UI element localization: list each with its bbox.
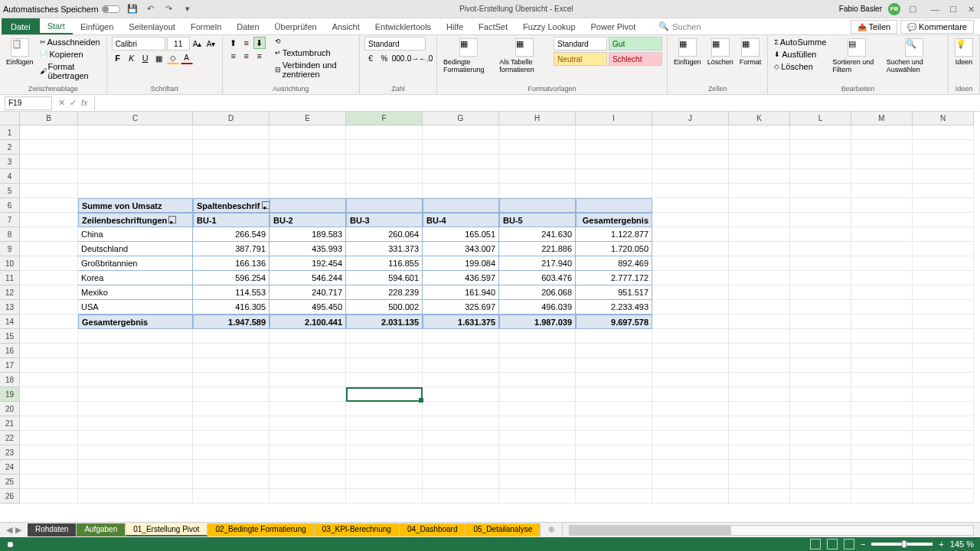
cell[interactable] (913, 140, 974, 155)
cell[interactable] (270, 474, 346, 489)
cell[interactable] (193, 460, 270, 474)
autosum-button[interactable]: Σ AutoSumme (773, 37, 828, 47)
cell[interactable] (78, 329, 193, 344)
cell[interactable] (652, 242, 729, 256)
col-header-I[interactable]: I (576, 112, 652, 126)
sort-filter-button[interactable]: ▤Sortieren und Filtern (831, 37, 882, 75)
cell[interactable] (790, 402, 851, 416)
row-header-13[interactable]: 13 (0, 300, 20, 315)
cell[interactable] (576, 387, 652, 402)
cell[interactable] (346, 460, 423, 474)
cell[interactable] (20, 300, 78, 315)
cell[interactable] (78, 387, 193, 402)
percent-icon[interactable]: % (378, 52, 390, 64)
cell[interactable] (790, 300, 851, 315)
cell[interactable] (851, 445, 913, 460)
cell[interactable] (20, 358, 78, 373)
cell[interactable] (193, 445, 270, 460)
cell[interactable] (913, 474, 974, 489)
cell[interactable] (851, 474, 913, 489)
row-header-12[interactable]: 12 (0, 285, 20, 300)
cell[interactable] (20, 373, 78, 387)
row-header-1[interactable]: 1 (0, 126, 20, 140)
cell[interactable] (729, 344, 790, 358)
format-cells-button[interactable]: ▦Format (738, 37, 763, 67)
cell[interactable] (499, 358, 576, 373)
cell[interactable] (729, 489, 790, 504)
cell[interactable] (78, 402, 193, 416)
col-header-F[interactable]: F (346, 112, 423, 126)
cell[interactable] (576, 140, 652, 155)
cell[interactable]: 951.517 (576, 285, 652, 300)
cell[interactable]: 1.631.375 (423, 315, 499, 329)
cell[interactable] (790, 387, 851, 402)
cell[interactable] (652, 256, 729, 271)
cell[interactable] (652, 285, 729, 300)
cell[interactable] (499, 169, 576, 184)
underline-button[interactable]: U (139, 52, 152, 64)
cell[interactable] (790, 242, 851, 256)
formula-bar[interactable] (94, 96, 980, 110)
cell[interactable] (913, 227, 974, 242)
cell[interactable] (78, 416, 193, 431)
cell[interactable] (851, 416, 913, 431)
cell[interactable]: China (78, 227, 193, 242)
cell[interactable] (346, 373, 423, 387)
tab-entwicklertools[interactable]: Entwicklertools (368, 18, 439, 34)
cell[interactable] (270, 184, 346, 198)
cell[interactable]: 166.136 (193, 256, 270, 271)
cell[interactable] (851, 373, 913, 387)
cell[interactable] (423, 169, 499, 184)
cell[interactable] (346, 198, 423, 213)
cell[interactable] (20, 315, 78, 329)
cell[interactable]: 435.993 (270, 242, 346, 256)
decrease-decimal-icon[interactable]: ←.0 (420, 52, 432, 64)
cell[interactable]: 2.031.135 (346, 315, 423, 329)
cell[interactable]: 199.084 (423, 256, 499, 271)
row-header-11[interactable]: 11 (0, 271, 20, 285)
cell[interactable] (851, 213, 913, 227)
qat-more-icon[interactable]: ▾ (181, 3, 194, 15)
maximize-icon[interactable]: ☐ (949, 5, 959, 14)
ideas-button[interactable]: 💡Ideen (953, 37, 975, 67)
cell[interactable] (913, 169, 974, 184)
cell[interactable] (499, 445, 576, 460)
cell[interactable] (913, 445, 974, 460)
row-filter-icon[interactable] (168, 216, 176, 223)
cell[interactable] (346, 416, 423, 431)
cell[interactable]: Spaltenbeschrif (193, 198, 270, 213)
cell[interactable] (193, 184, 270, 198)
cell[interactable]: 2.233.493 (576, 300, 652, 315)
style-neutral[interactable]: Neutral (554, 52, 607, 66)
cell[interactable]: 116.855 (346, 256, 423, 271)
cell[interactable]: Gesamtergebnis (78, 315, 193, 329)
cell[interactable] (652, 213, 729, 227)
tab-seitenlayout[interactable]: Seitenlayout (121, 18, 183, 34)
cell[interactable] (652, 126, 729, 140)
cell[interactable] (20, 126, 78, 140)
font-size-input[interactable] (167, 37, 190, 51)
row-header-3[interactable]: 3 (0, 155, 20, 169)
cell[interactable] (851, 329, 913, 344)
cell[interactable] (790, 460, 851, 474)
cell[interactable] (790, 184, 851, 198)
cell[interactable] (729, 256, 790, 271)
cell[interactable]: 416.305 (193, 300, 270, 315)
name-box[interactable] (5, 96, 52, 110)
cell[interactable] (270, 402, 346, 416)
cell[interactable] (78, 169, 193, 184)
cell[interactable]: BU-3 (346, 213, 423, 227)
cell[interactable] (346, 126, 423, 140)
cell[interactable]: 161.940 (423, 285, 499, 300)
cell[interactable] (576, 402, 652, 416)
cell[interactable] (576, 431, 652, 445)
row-header-17[interactable]: 17 (0, 358, 20, 373)
cell[interactable] (20, 489, 78, 504)
cell[interactable] (729, 271, 790, 285)
cell[interactable] (652, 373, 729, 387)
cell[interactable]: 165.051 (423, 227, 499, 242)
row-header-15[interactable]: 15 (0, 329, 20, 344)
cut-button[interactable]: ✂ Ausschneiden (38, 37, 102, 47)
cell[interactable]: 500.002 (346, 300, 423, 315)
cell[interactable]: 9.697.578 (576, 315, 652, 329)
